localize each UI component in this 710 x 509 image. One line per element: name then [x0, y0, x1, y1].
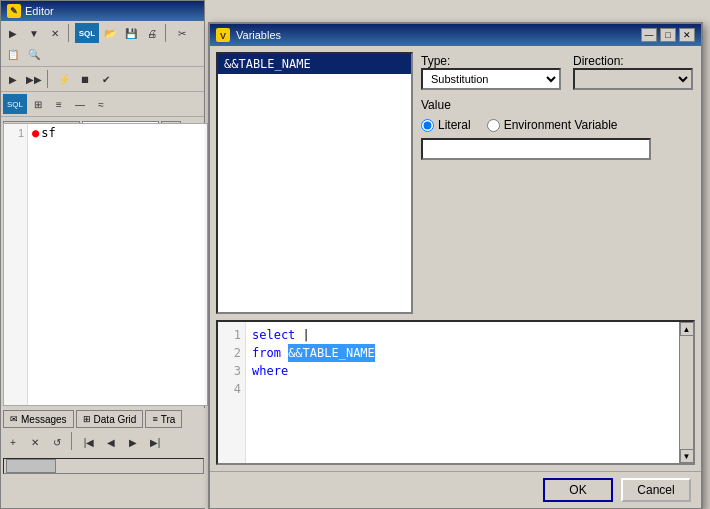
trace-icon: ≡ — [152, 414, 157, 424]
sql-line-4 — [252, 380, 673, 398]
vars-props-panel: Type: Substitution Direction: Value — [413, 46, 701, 320]
svg-text:V: V — [220, 31, 226, 41]
btn-last[interactable]: ▶| — [145, 432, 165, 452]
value-input-field[interactable]: EMP — [421, 138, 651, 160]
tb-open-btn[interactable]: ▶ — [3, 23, 23, 43]
sql-vscrollbar[interactable]: ▲ ▼ — [679, 322, 693, 463]
env-var-radio[interactable] — [487, 119, 500, 132]
sql-line-numbers: 1 2 3 4 — [218, 322, 246, 463]
cancel-button[interactable]: Cancel — [621, 478, 691, 502]
btn-refresh[interactable]: ↺ — [47, 432, 67, 452]
dialog-titlebar[interactable]: V Variables — □ ✕ — [210, 24, 701, 46]
tb-close-btn[interactable]: ✕ — [45, 23, 65, 43]
dialog-minimize-btn[interactable]: — — [641, 28, 657, 42]
toolbar-row-3: SQL ⊞ ≡ — ≈ — [1, 92, 204, 117]
editor-title: Editor — [25, 5, 54, 17]
dialog-top-section: &&TABLE_NAME Type: Substitution Directio… — [210, 46, 701, 320]
env-var-option[interactable]: Environment Variable — [487, 118, 618, 132]
sep-bottom — [71, 432, 75, 450]
type-select[interactable]: Substitution — [421, 68, 561, 90]
bottom-tabs: ✉ Messages ⊞ Data Grid ≡ Tra — [1, 408, 206, 430]
tab-datagrid[interactable]: ⊞ Data Grid — [76, 410, 144, 428]
dialog-title-label: Variables — [236, 29, 281, 41]
env-var-label: Environment Variable — [504, 118, 618, 132]
sql-line-2: from &&TABLE_NAME — [252, 344, 673, 362]
btn-add-row[interactable]: + — [3, 432, 23, 452]
tb-sql-btn[interactable]: SQL — [75, 23, 99, 43]
sql-line-1: select | — [252, 326, 673, 344]
type-group: Type: Substitution — [421, 54, 561, 90]
status-bar — [3, 458, 204, 474]
btn-first[interactable]: |◀ — [79, 432, 99, 452]
bottom-toolbar: + ✕ ↺ |◀ ◀ ▶ ▶| — [1, 430, 206, 454]
sql-hscrollbar[interactable]: ◀ ▶ — [224, 463, 687, 465]
sep1 — [68, 24, 72, 42]
tab-messages[interactable]: ✉ Messages — [3, 410, 74, 428]
direction-label: Direction: — [573, 54, 693, 68]
tab-trace[interactable]: ≡ Tra — [145, 410, 182, 428]
tb-var-btn[interactable]: ≈ — [91, 94, 111, 114]
editor-window: ✎ Editor ▶ ▼ ✕ SQL 📂 💾 🖨 ✂ 📋 🔍 ▶ ▶▶ ⚡ ⏹ … — [0, 0, 205, 509]
code-text-1: sf — [41, 124, 55, 142]
literal-option[interactable]: Literal — [421, 118, 471, 132]
variables-dialog: V Variables — □ ✕ &&TABLE_NAME T — [208, 22, 703, 509]
dialog-window-controls: — □ ✕ — [641, 28, 695, 42]
sep3 — [47, 70, 51, 88]
type-label: Type: — [421, 54, 561, 68]
tb-run2-btn[interactable]: ▶▶ — [24, 69, 44, 89]
tab-trace-label: Tra — [161, 414, 176, 425]
ok-button[interactable]: OK — [543, 478, 613, 502]
status-thumb — [6, 459, 56, 473]
editor-icon: ✎ — [7, 4, 21, 18]
direction-group: Direction: — [573, 54, 693, 90]
tab-datagrid-label: Data Grid — [94, 414, 137, 425]
toolbar-row-1: ▶ ▼ ✕ SQL 📂 💾 🖨 ✂ 📋 🔍 — [1, 21, 204, 67]
messages-icon: ✉ — [10, 414, 18, 424]
btn-prev[interactable]: ◀ — [101, 432, 121, 452]
vscroll-up-btn[interactable]: ▲ — [680, 322, 694, 336]
sql-line-3: where — [252, 362, 673, 380]
tb-stop-btn[interactable]: ⏹ — [75, 69, 95, 89]
tb-comment-btn[interactable]: — — [70, 94, 90, 114]
tb-explain-btn[interactable]: SQL — [3, 94, 27, 114]
bottom-panel: ✉ Messages ⊞ Data Grid ≡ Tra + ✕ ↺ |◀ ◀ … — [1, 408, 206, 508]
variables-dialog-icon: V — [216, 28, 230, 42]
sql-cursor: | — [303, 326, 310, 344]
variables-list[interactable]: &&TABLE_NAME — [216, 52, 413, 314]
tb-folder-btn[interactable]: 📂 — [100, 23, 120, 43]
sql-preview-content: 1 2 3 4 select | from &&TABLE_NAME — [218, 322, 693, 463]
code-line-1: ● sf — [32, 124, 207, 142]
tb-dropdown-btn[interactable]: ▼ — [24, 23, 44, 43]
sql-preview: 1 2 3 4 select | from &&TABLE_NAME — [216, 320, 695, 465]
tb-format-btn[interactable]: ⊞ — [28, 94, 48, 114]
var-item-label: &&TABLE_NAME — [224, 57, 311, 71]
literal-radio[interactable] — [421, 119, 434, 132]
dialog-title-left: V Variables — [216, 28, 281, 42]
error-indicator: ● — [32, 124, 39, 142]
dialog-footer: OK Cancel — [210, 471, 701, 508]
tb-print-btn[interactable]: 🖨 — [142, 23, 162, 43]
value-label: Value — [421, 98, 693, 112]
code-area[interactable]: ● sf — [28, 124, 207, 405]
dialog-close-btn[interactable]: ✕ — [679, 28, 695, 42]
tb-save-btn[interactable]: 💾 — [121, 23, 141, 43]
tb-search-btn[interactable]: 🔍 — [24, 44, 44, 64]
tb-cut-btn[interactable]: ✂ — [172, 23, 192, 43]
tb-exec-btn[interactable]: ⚡ — [54, 69, 74, 89]
toolbar-row-2: ▶ ▶▶ ⚡ ⏹ ✔ — [1, 67, 204, 92]
literal-label: Literal — [438, 118, 471, 132]
tb-copy-btn[interactable]: 📋 — [3, 44, 23, 64]
btn-next[interactable]: ▶ — [123, 432, 143, 452]
type-direction-row: Type: Substitution Direction: — [421, 54, 693, 90]
tb-commit-btn[interactable]: ✔ — [96, 69, 116, 89]
dialog-maximize-btn[interactable]: □ — [660, 28, 676, 42]
btn-del-row[interactable]: ✕ — [25, 432, 45, 452]
radio-row: Literal Environment Variable — [421, 118, 693, 132]
direction-select[interactable] — [573, 68, 693, 90]
sql-kw-select: select — [252, 326, 303, 344]
tb-run-btn[interactable]: ▶ — [3, 69, 23, 89]
vscroll-down-btn[interactable]: ▼ — [680, 449, 694, 463]
var-item-table-name[interactable]: &&TABLE_NAME — [218, 54, 411, 74]
tb-indent-btn[interactable]: ≡ — [49, 94, 69, 114]
sql-code-area[interactable]: select | from &&TABLE_NAME where — [246, 322, 679, 463]
